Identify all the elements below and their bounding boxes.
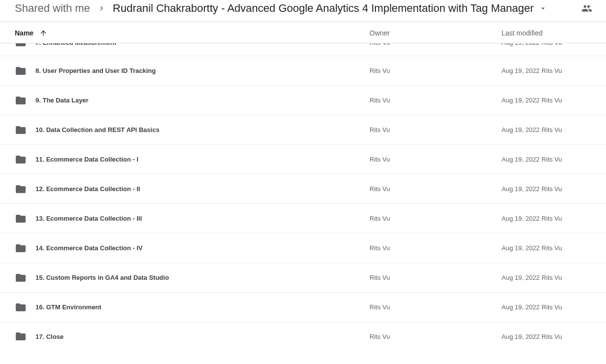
- breadcrumb: Shared with me Rudranil Chakrabortty - A…: [0, 0, 606, 22]
- table-row[interactable]: 9. The Data Layer Rits Vu Aug 19, 2022Ri…: [0, 86, 606, 115]
- item-owner: Rits Vu: [370, 156, 502, 163]
- item-name: 12. Ecommerce Data Collection - II: [35, 185, 140, 193]
- item-name: 13. Ecommerce Data Collection - III: [35, 215, 142, 222]
- table-row[interactable]: 16. GTM Environment Rits Vu Aug 19, 2022…: [0, 293, 606, 322]
- item-modified: Aug 19, 2022Rits Vu: [502, 333, 591, 340]
- item-modified: Aug 19, 2022Rits Vu: [502, 43, 591, 46]
- shared-folder-icon: [15, 154, 27, 165]
- breadcrumb-root[interactable]: Shared with me: [15, 2, 90, 15]
- breadcrumb-current[interactable]: Rudranil Chakrabortty - Advanced Google …: [113, 2, 547, 15]
- item-owner: Rits Vu: [370, 244, 502, 252]
- shared-folder-icon: [15, 95, 27, 106]
- item-owner: Rits Vu: [370, 274, 502, 281]
- chevron-right-icon: [97, 4, 106, 13]
- table-row[interactable]: 8. User Properties and User ID Tracking …: [0, 56, 606, 86]
- item-modified: Aug 19, 2022Rits Vu: [502, 67, 591, 74]
- shared-folder-icon: [15, 124, 27, 136]
- item-modified: Aug 19, 2022Rits Vu: [502, 303, 591, 311]
- column-header-name-label: Name: [15, 29, 34, 37]
- file-list: 7. Enhanced Measurement Rits Vu Aug 19, …: [0, 43, 606, 351]
- table-row[interactable]: 15. Custom Reports in GA4 and Data Studi…: [0, 263, 606, 293]
- item-name: 10. Data Collection and REST API Basics: [35, 126, 160, 133]
- breadcrumb-current-label: Rudranil Chakrabortty - Advanced Google …: [113, 2, 534, 15]
- table-row[interactable]: 12. Ecommerce Data Collection - II Rits …: [0, 174, 606, 204]
- item-name: 7. Enhanced Measurement: [35, 43, 116, 46]
- item-name: 14. Ecommerce Data Collection - IV: [35, 244, 142, 252]
- item-name: 8. User Properties and User ID Tracking: [35, 67, 156, 74]
- item-owner: Rits Vu: [370, 215, 502, 222]
- item-owner: Rits Vu: [370, 303, 502, 311]
- column-header-name[interactable]: Name: [15, 29, 370, 37]
- shared-folder-icon: [15, 272, 27, 284]
- item-modified: Aug 19, 2022Rits Vu: [502, 97, 591, 104]
- item-name: 11. Ecommerce Data Collection - I: [35, 156, 138, 163]
- item-owner: Rits Vu: [370, 43, 502, 46]
- shared-folder-icon: [15, 213, 27, 225]
- item-owner: Rits Vu: [370, 97, 502, 104]
- table-row[interactable]: 10. Data Collection and REST API Basics …: [0, 115, 606, 145]
- column-header-modified[interactable]: Last modified: [502, 29, 591, 37]
- item-owner: Rits Vu: [370, 333, 502, 340]
- shared-folder-icon: [15, 43, 27, 48]
- column-header-owner[interactable]: Owner: [370, 29, 502, 37]
- item-modified: Aug 19, 2022Rits Vu: [502, 185, 591, 193]
- item-name: 15. Custom Reports in GA4 and Data Studi…: [35, 274, 169, 281]
- table-row[interactable]: 14. Ecommerce Data Collection - IV Rits …: [0, 233, 606, 263]
- chevron-down-icon: [539, 4, 547, 13]
- shared-folder-icon: [15, 183, 27, 195]
- table-row[interactable]: 17. Close Rits Vu Aug 19, 2022Rits Vu: [0, 322, 606, 351]
- item-modified: Aug 19, 2022Rits Vu: [502, 244, 591, 252]
- item-modified: Aug 19, 2022Rits Vu: [502, 156, 591, 163]
- item-modified: Aug 19, 2022Rits Vu: [502, 126, 591, 133]
- item-owner: Rits Vu: [370, 126, 502, 133]
- item-name: 17. Close: [35, 333, 64, 340]
- shared-folder-icon: [15, 301, 27, 313]
- item-name: 16. GTM Environment: [35, 303, 101, 311]
- table-row[interactable]: 11. Ecommerce Data Collection - I Rits V…: [0, 145, 606, 174]
- column-headers: Name Owner Last modified: [0, 22, 606, 43]
- shared-folder-icon: [15, 242, 27, 254]
- item-modified: Aug 19, 2022Rits Vu: [502, 274, 591, 281]
- item-owner: Rits Vu: [370, 67, 502, 74]
- manage-members-icon[interactable]: [581, 3, 591, 14]
- item-owner: Rits Vu: [370, 185, 502, 193]
- shared-folder-icon: [15, 331, 27, 342]
- shared-folder-icon: [15, 65, 27, 77]
- item-modified: Aug 19, 2022Rits Vu: [502, 215, 591, 222]
- table-row[interactable]: 13. Ecommerce Data Collection - III Rits…: [0, 204, 606, 233]
- item-name: 9. The Data Layer: [35, 97, 89, 104]
- table-row[interactable]: 7. Enhanced Measurement Rits Vu Aug 19, …: [0, 43, 606, 56]
- sort-arrow-up-icon: [39, 29, 47, 37]
